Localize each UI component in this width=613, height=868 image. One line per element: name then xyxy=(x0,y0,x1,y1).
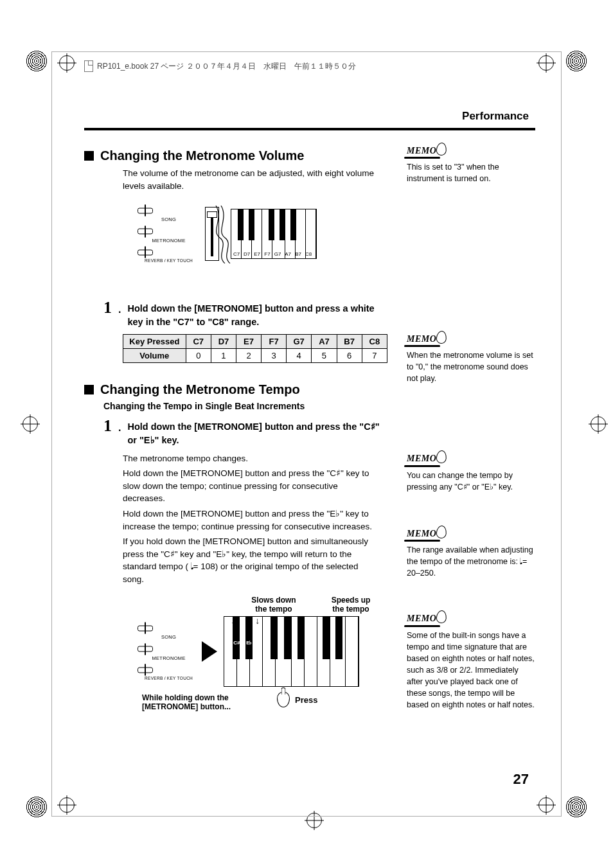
key-label: F7 xyxy=(262,251,272,257)
col-header: E7 xyxy=(236,334,262,348)
step-text: Hold down the [METRONOME] button and pre… xyxy=(127,418,387,447)
memo: MEMO This is set to "3" when the instrum… xyxy=(407,145,535,185)
page-frame: RP101_e.book 27 ページ ２００７年４月４日 水曜日 午前１１時５… xyxy=(51,51,562,817)
registration-circle-icon xyxy=(565,796,587,818)
figure-volume-keys: SONG METRONOME REVERB / KEY TOUCH xyxy=(142,201,317,267)
step-text: Hold down the [METRONOME] button and pre… xyxy=(127,299,387,329)
registration-circle-icon xyxy=(26,796,48,818)
hold-label: While holding down the [METRONOME] butto… xyxy=(142,693,238,711)
tempo-body: The metronome tempo changes. Hold down t… xyxy=(123,452,381,586)
keyboard-icon: ↓ ↓ C# E xyxy=(224,616,359,687)
eflat-label: E♭ xyxy=(246,640,252,646)
cell: 7 xyxy=(362,348,387,362)
memo: MEMO When the metronome volume is set to… xyxy=(407,333,535,385)
volume-table: Key Pressed C7 D7 E7 F7 G7 A7 B7 C8 Volu… xyxy=(123,334,387,363)
memo-icon: MEMO xyxy=(407,452,445,465)
step-number: 1 xyxy=(103,299,112,316)
heading-metronome-volume: Changing the Metronome Volume xyxy=(84,148,387,163)
cell: 6 xyxy=(337,348,362,362)
csharp-label: C# xyxy=(233,640,239,646)
col-header: D7 xyxy=(211,334,236,348)
table-row: Key Pressed C7 D7 E7 F7 G7 A7 B7 C8 xyxy=(123,334,387,348)
key-label: G7 xyxy=(272,251,283,257)
key-label: C7 xyxy=(231,251,242,257)
hand-press-icon xyxy=(277,692,290,707)
col-header: B7 xyxy=(337,334,362,348)
song-label: SONG xyxy=(145,217,193,222)
memo-text: When the metronome volume is set to "0,"… xyxy=(407,350,535,384)
memo-text: This is set to "3" when the instrument i… xyxy=(407,161,535,184)
key-label: B7 xyxy=(293,251,303,257)
heading-bullet-icon xyxy=(84,385,94,394)
step-1-volume: 1. Hold down the [METRONOME] button and … xyxy=(103,299,387,329)
memo-icon: MEMO xyxy=(407,527,445,540)
arrow-right-icon xyxy=(202,641,217,662)
section-header: Performance xyxy=(84,110,535,127)
button-panel-icon: SONG METRONOME REVERB / KEY TOUCH xyxy=(142,201,195,267)
col-header: G7 xyxy=(286,334,311,348)
p: If you hold down the [METRONOME] button … xyxy=(123,535,381,585)
key-label: A7 xyxy=(283,251,293,257)
page-number: 27 xyxy=(513,771,529,788)
step-1-tempo: 1. Hold down the [METRONOME] button and … xyxy=(103,418,387,447)
p: Hold down the [METRONOME] button and pre… xyxy=(123,508,381,533)
memo: MEMO Some of the built-in songs have a t… xyxy=(407,612,535,711)
row-header: Key Pressed xyxy=(123,334,186,348)
col-header: C7 xyxy=(186,334,211,348)
col-header: A7 xyxy=(312,334,337,348)
key-letters: C7 D7 E7 F7 G7 A7 B7 C8 xyxy=(231,251,316,257)
key-label: C8 xyxy=(303,251,314,257)
memo-icon: MEMO xyxy=(407,333,445,346)
key-label: D7 xyxy=(242,251,252,257)
col-header: F7 xyxy=(262,334,287,348)
cell: 4 xyxy=(286,348,311,362)
heading-text: Changing the Metronome Tempo xyxy=(100,382,300,397)
table-row: Volume 0 1 2 3 4 5 6 7 xyxy=(123,348,387,362)
registration-circle-icon xyxy=(565,50,587,72)
keyboard-break-icon xyxy=(212,206,231,263)
press-label: Press xyxy=(295,695,317,705)
song-button-icon xyxy=(145,204,146,217)
metronome-label: METRONOME xyxy=(145,238,193,244)
memo-text: Some of the built-in songs have a tempo … xyxy=(407,630,535,711)
metronome-button-icon xyxy=(145,226,146,238)
figure-tempo-keys: Slows down the tempo Speeds up the tempo… xyxy=(142,596,387,711)
button-panel-icon: SONG METRONOME REVERB / KEY TOUCH xyxy=(142,619,195,685)
keyboard-icon: C7 D7 E7 F7 G7 A7 B7 C8 xyxy=(231,209,317,259)
reverb-button-icon xyxy=(145,246,146,258)
p: The metronome tempo changes. xyxy=(123,452,381,465)
reverb-label: REVERB / KEY TOUCH xyxy=(145,259,193,263)
cell: 2 xyxy=(236,348,262,362)
memo: MEMO You can change the tempo by pressin… xyxy=(407,452,535,493)
slow-label: Slows down the tempo xyxy=(248,596,299,614)
document-icon xyxy=(84,60,93,72)
cell: 5 xyxy=(312,348,337,362)
cell: 0 xyxy=(186,348,211,362)
subheading: Changing the Tempo in Single Beat Increm… xyxy=(103,401,387,411)
reverb-button-icon xyxy=(145,664,146,676)
song-button-icon xyxy=(145,622,146,634)
row-header: Volume xyxy=(123,348,186,362)
fast-label: Speeds up the tempo xyxy=(325,596,377,614)
cell: 3 xyxy=(262,348,287,362)
memo-text: The range available when adjusting the t… xyxy=(407,544,535,579)
memo-text: You can change the tempo by pressing any… xyxy=(407,470,535,493)
memo-icon: MEMO xyxy=(407,145,445,157)
intro-text: The volume of the metronome can be adjus… xyxy=(123,167,387,192)
memo-icon: MEMO xyxy=(407,612,445,625)
heading-bullet-icon xyxy=(84,151,94,161)
running-head: RP101_e.book 27 ページ ２００７年４月４日 水曜日 午前１１時５… xyxy=(84,60,356,72)
p: Hold down the [METRONOME] button and pre… xyxy=(123,467,381,505)
arrow-down-icon: ↓ xyxy=(255,616,260,626)
header-rule xyxy=(84,128,535,130)
metronome-button-icon xyxy=(145,643,146,655)
registration-circle-icon xyxy=(26,50,48,72)
running-head-text: RP101_e.book 27 ページ ２００７年４月４日 水曜日 午前１１時５… xyxy=(97,61,356,72)
cell: 1 xyxy=(211,348,236,362)
key-label: E7 xyxy=(252,251,262,257)
col-header: C8 xyxy=(362,334,387,348)
memo: MEMO The range available when adjusting … xyxy=(407,527,535,580)
heading-metronome-tempo: Changing the Metronome Tempo xyxy=(84,382,387,397)
step-number: 1 xyxy=(103,418,112,434)
heading-text: Changing the Metronome Volume xyxy=(100,148,304,163)
